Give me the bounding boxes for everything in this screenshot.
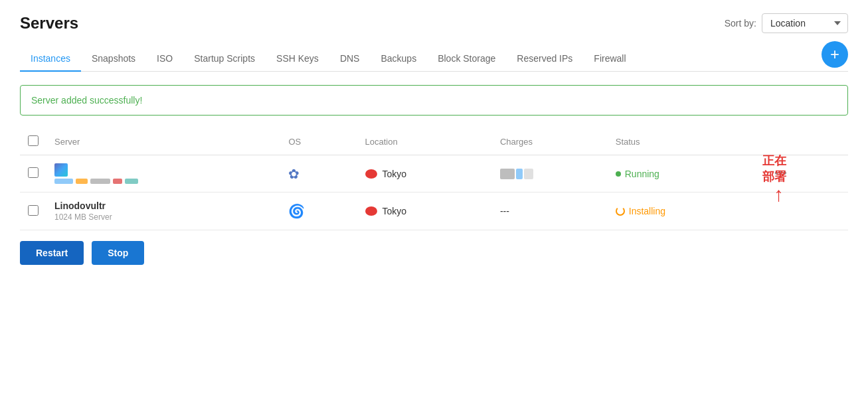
japan-flag-icon-2 xyxy=(365,206,377,216)
status-running: Running xyxy=(616,169,754,179)
success-banner: Server added successfully! xyxy=(20,85,848,116)
th-status: Status xyxy=(608,129,762,155)
sort-by-label: Sort by: xyxy=(725,18,756,29)
tab-iso[interactable]: ISO xyxy=(146,46,183,72)
tab-firewall[interactable]: Firewall xyxy=(583,46,636,72)
deploying-annotation: 正在部署 ↑ xyxy=(762,153,795,204)
sort-by-container: Sort by: Location Name Date Status xyxy=(725,13,848,33)
tabs-container: Instances Snapshots ISO Startup Scripts … xyxy=(20,46,848,72)
tab-instances[interactable]: Instances xyxy=(20,46,81,72)
row1-os: ✿ xyxy=(280,155,357,193)
select-all-checkbox[interactable] xyxy=(28,135,39,146)
table-row: ✿ Tokyo xyxy=(20,155,848,193)
row2-status: Installing xyxy=(608,193,762,230)
tab-dns[interactable]: DNS xyxy=(329,46,371,72)
server-pixel-icon xyxy=(54,163,68,177)
tab-startup-scripts[interactable]: Startup Scripts xyxy=(183,46,266,72)
row2-os: 🌀 xyxy=(280,193,357,230)
page-header: Servers Sort by: Location Name Date Stat… xyxy=(20,13,848,33)
tab-ssh-keys[interactable]: SSH Keys xyxy=(266,46,329,72)
server-tags xyxy=(54,179,272,184)
row2-select xyxy=(20,193,46,230)
stop-button[interactable]: Stop xyxy=(92,241,144,265)
th-charges: Charges xyxy=(492,129,608,155)
row2-checkbox[interactable] xyxy=(28,205,39,216)
servers-table: Server OS Location Charges Status xyxy=(20,129,848,230)
page-title: Servers xyxy=(20,14,78,33)
tab-snapshots[interactable]: Snapshots xyxy=(81,46,146,72)
tab-reserved-ips[interactable]: Reserved IPs xyxy=(506,46,583,72)
row2-location: Tokyo xyxy=(357,193,492,230)
add-server-button[interactable]: + xyxy=(822,41,848,68)
annotation-label: 正在部署 xyxy=(762,153,795,185)
tab-block-storage[interactable]: Block Storage xyxy=(427,46,506,72)
row1-status: Running xyxy=(608,155,762,193)
charges-bar xyxy=(500,169,600,179)
footer-actions: Restart Stop xyxy=(20,230,848,275)
table-row: Linodovultr 1024 MB Server 🌀 Tokyo --- xyxy=(20,193,848,230)
debian-icon: 🌀 xyxy=(288,204,305,218)
nixos-icon: ✿ xyxy=(288,167,300,181)
tab-backups[interactable]: Backups xyxy=(370,46,427,72)
row1-server xyxy=(46,155,280,193)
th-actions xyxy=(762,129,848,155)
sort-select[interactable]: Location Name Date Status xyxy=(762,13,848,33)
row2-charges: --- xyxy=(492,193,608,230)
th-location: Location xyxy=(357,129,492,155)
table-header-row: Server OS Location Charges Status xyxy=(20,129,848,155)
row2-annotation: 正在部署 ↑ xyxy=(762,193,848,230)
annotation-arrow-icon: ↑ xyxy=(774,185,784,204)
restart-button[interactable]: Restart xyxy=(20,241,84,265)
row2-server: Linodovultr 1024 MB Server xyxy=(46,193,280,230)
installing-spinner-icon xyxy=(616,206,625,216)
row1-checkbox[interactable] xyxy=(28,167,39,178)
th-server: Server xyxy=(46,129,280,155)
row1-select xyxy=(20,155,46,193)
running-dot-icon xyxy=(616,171,621,177)
japan-flag-icon xyxy=(365,169,377,179)
th-select-all xyxy=(20,129,46,155)
status-installing: Installing xyxy=(616,206,754,216)
row1-charges xyxy=(492,155,608,193)
th-os: OS xyxy=(280,129,357,155)
row1-location: Tokyo xyxy=(357,155,492,193)
